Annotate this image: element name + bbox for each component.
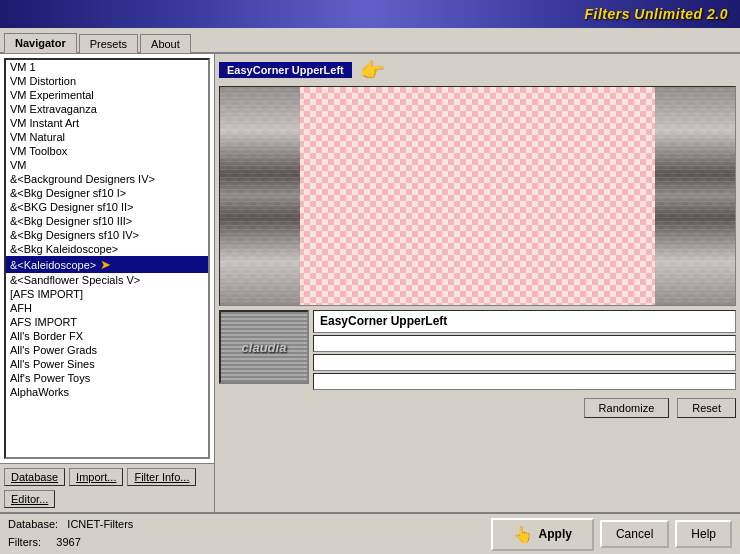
help-button[interactable]: Help: [675, 520, 732, 548]
status-info: Database: ICNET-Filters Filters: 3967: [8, 516, 491, 551]
arrow-indicator: ➤: [100, 257, 111, 272]
list-item[interactable]: VM 1: [6, 60, 208, 74]
list-item[interactable]: VM Distortion: [6, 74, 208, 88]
filter-detail-row-3: [313, 373, 736, 390]
filter-name-display: EasyCorner UpperLeft: [313, 310, 736, 333]
list-item[interactable]: All's Power Sines: [6, 357, 208, 371]
left-corner-effect: [220, 87, 300, 305]
list-item[interactable]: AFS IMPORT: [6, 315, 208, 329]
thumbnail-preview: claudia: [219, 310, 309, 384]
filter-info-button[interactable]: Filter Info...: [127, 468, 196, 486]
list-item[interactable]: &<Bkg Designer sf10 I>: [6, 186, 208, 200]
database-value: ICNET-Filters: [67, 518, 133, 530]
tab-navigator[interactable]: Navigator: [4, 33, 77, 53]
thumb-label: claudia: [242, 340, 287, 355]
filters-value: 3967: [56, 536, 80, 548]
list-item[interactable]: VM Experimental: [6, 88, 208, 102]
status-buttons: Apply Cancel Help: [491, 518, 732, 551]
randomize-button[interactable]: Randomize: [584, 398, 670, 418]
list-item[interactable]: VM Instant Art: [6, 116, 208, 130]
list-item-selected[interactable]: &<Kaleidoscope> ➤: [6, 256, 208, 273]
apply-button[interactable]: Apply: [491, 518, 594, 551]
app-title: Filters Unlimited 2.0: [584, 6, 728, 22]
filter-list[interactable]: VM 1 VM Distortion VM Experimental VM Ex…: [4, 58, 210, 459]
left-toolbar: Database Import... Filter Info... Editor…: [0, 463, 214, 512]
tab-presets[interactable]: Presets: [79, 34, 138, 53]
database-status: Database: ICNET-Filters: [8, 516, 491, 534]
list-item[interactable]: &<Background Designers IV>: [6, 172, 208, 186]
right-panel: EasyCorner UpperLeft 👉 c: [215, 54, 740, 512]
corner-effects: [220, 87, 735, 305]
status-bar: Database: ICNET-Filters Filters: 3967 Ap…: [0, 512, 740, 554]
tab-about[interactable]: About: [140, 34, 191, 53]
list-item[interactable]: VM Extravaganza: [6, 102, 208, 116]
main-preview: [219, 86, 736, 306]
list-item[interactable]: VM: [6, 158, 208, 172]
list-item[interactable]: &<Bkg Kaleidoscope>: [6, 242, 208, 256]
database-label: Database:: [8, 518, 58, 530]
pointing-arrow-icon: 👉: [360, 58, 385, 82]
import-button[interactable]: Import...: [69, 468, 123, 486]
list-item[interactable]: AlphaWorks: [6, 385, 208, 399]
title-bar: Filters Unlimited 2.0: [0, 0, 740, 28]
list-item[interactable]: &<Bkg Designer sf10 III>: [6, 214, 208, 228]
tab-bar: Navigator Presets About: [0, 28, 740, 54]
selected-filter-label: EasyCorner UpperLeft: [219, 62, 352, 78]
list-item[interactable]: Alf's Power Toys: [6, 371, 208, 385]
cancel-button[interactable]: Cancel: [600, 520, 669, 548]
filter-detail-row-1: [313, 335, 736, 352]
list-item[interactable]: All's Power Grads: [6, 343, 208, 357]
list-item[interactable]: All's Border FX: [6, 329, 208, 343]
right-toolbar: Randomize Reset: [219, 394, 736, 422]
editor-button[interactable]: Editor...: [4, 490, 55, 508]
content-area: VM 1 VM Distortion VM Experimental VM Ex…: [0, 54, 740, 512]
list-item[interactable]: &<Bkg Designers sf10 IV>: [6, 228, 208, 242]
main-container: Navigator Presets About VM 1 VM Distorti…: [0, 28, 740, 554]
list-item[interactable]: VM Natural: [6, 130, 208, 144]
preview-bottom: claudia EasyCorner UpperLeft: [219, 310, 736, 390]
filter-info-panel: EasyCorner UpperLeft: [313, 310, 736, 390]
filter-detail-row-2: [313, 354, 736, 371]
preview-area: claudia EasyCorner UpperLeft Randomize R…: [219, 86, 736, 508]
preview-center: [300, 87, 655, 305]
filters-label: Filters:: [8, 536, 41, 548]
right-corner-effect: [655, 87, 735, 305]
list-item[interactable]: &<Sandflower Specials V>: [6, 273, 208, 287]
list-item[interactable]: &<BKG Designer sf10 II>: [6, 200, 208, 214]
thumb-inner: claudia: [221, 312, 307, 382]
list-item[interactable]: AFH: [6, 301, 208, 315]
reset-button[interactable]: Reset: [677, 398, 736, 418]
list-item[interactable]: VM Toolbox: [6, 144, 208, 158]
list-item[interactable]: [AFS IMPORT]: [6, 287, 208, 301]
filters-status: Filters: 3967: [8, 534, 491, 552]
left-panel: VM 1 VM Distortion VM Experimental VM Ex…: [0, 54, 215, 512]
database-button[interactable]: Database: [4, 468, 65, 486]
